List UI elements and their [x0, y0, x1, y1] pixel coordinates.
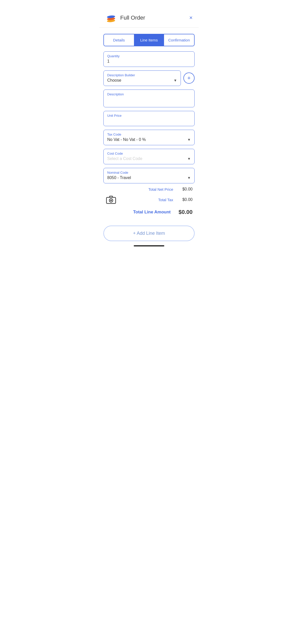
tax-code-label: Tax Code [107, 133, 191, 136]
total-line-amount-label: Total Line Amount [133, 210, 171, 215]
total-line-amount-value: $0.00 [175, 209, 193, 215]
tab-line-items[interactable]: Line Items [134, 34, 164, 46]
tax-code-field[interactable]: Tax Code No Vat - No Vat - 0 % ▼ [103, 130, 195, 145]
nominal-code-label: Nominal Code [107, 171, 191, 174]
camera-section [104, 194, 158, 206]
description-builder-select: Choose ▼ [107, 78, 177, 83]
nominal-code-select: 8050 - Travel ▼ [107, 175, 191, 180]
total-tax-row: Total Tax $0.00 [104, 194, 194, 206]
unit-price-label: Unit Price [107, 114, 191, 118]
cost-code-field[interactable]: Cost Code Select a Cost Code ▼ [103, 149, 195, 164]
header: Full Order × [99, 0, 199, 28]
page-title: Full Order [120, 14, 145, 21]
home-indicator [134, 245, 164, 246]
total-line-amount-row: Total Line Amount $0.00 [104, 209, 194, 215]
nominal-code-field[interactable]: Nominal Code 8050 - Travel ▼ [103, 168, 195, 183]
description-label: Description [107, 92, 191, 96]
camera-icon[interactable] [104, 194, 118, 206]
chevron-down-icon: ▼ [187, 157, 191, 161]
nominal-code-value: 8050 - Travel [107, 175, 131, 180]
description-builder-field[interactable]: Description Builder Choose ▼ [103, 70, 181, 86]
description-builder-value: Choose [107, 78, 121, 83]
plus-icon: + [187, 75, 191, 81]
description-builder-row: Description Builder Choose ▼ + [103, 70, 195, 86]
chevron-down-icon: ▼ [187, 176, 191, 180]
svg-point-5 [110, 200, 112, 201]
quantity-label: Quantity [107, 54, 191, 58]
tax-code-value: No Vat - No Vat - 0 % [107, 137, 146, 142]
close-icon[interactable]: × [189, 14, 193, 21]
header-left: Full Order [105, 12, 145, 23]
description-field[interactable]: Description [103, 90, 195, 107]
unit-price-field[interactable]: Unit Price [103, 111, 195, 126]
total-net-price-label: Total Net Price [148, 187, 173, 192]
chevron-down-icon: ▼ [187, 138, 191, 142]
totals-section: Total Net Price $0.00 Total Tax $0.00 [103, 187, 195, 215]
tab-confirmation[interactable]: Confirmation [164, 34, 194, 46]
form-content: Quantity 1 Description Builder Choose ▼ … [99, 46, 199, 221]
total-net-price-row: Total Net Price $0.00 [104, 187, 194, 192]
cost-code-label: Cost Code [107, 152, 191, 155]
app-logo [105, 12, 117, 23]
total-net-price-value: $0.00 [177, 187, 193, 192]
quantity-field[interactable]: Quantity 1 [103, 51, 195, 67]
add-line-item-button[interactable]: + Add Line Item [103, 226, 195, 241]
total-tax-right: Total Tax $0.00 [158, 197, 193, 202]
chevron-down-icon: ▼ [173, 78, 177, 82]
total-tax-value: $0.00 [177, 197, 193, 202]
cost-code-select: Select a Cost Code ▼ [107, 156, 191, 161]
add-description-button[interactable]: + [183, 72, 195, 84]
description-builder-label: Description Builder [107, 73, 177, 77]
cost-code-value: Select a Cost Code [107, 156, 142, 161]
tab-details[interactable]: Details [104, 34, 134, 46]
quantity-value: 1 [107, 59, 191, 64]
tabs-container: Details Line Items Confirmation [103, 34, 195, 46]
total-tax-label: Total Tax [158, 198, 173, 202]
tax-code-select: No Vat - No Vat - 0 % ▼ [107, 137, 191, 142]
add-line-item-label: + Add Line Item [133, 231, 165, 236]
